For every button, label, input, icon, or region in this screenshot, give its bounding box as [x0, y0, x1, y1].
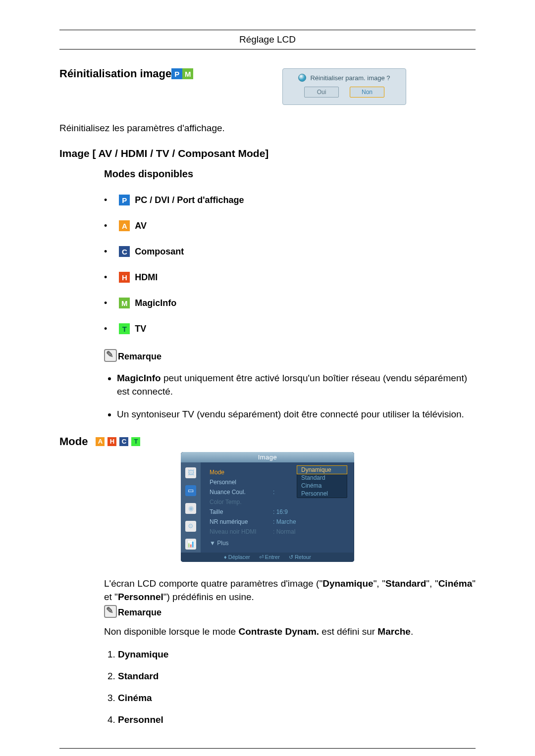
t-icon: T — [119, 323, 130, 334]
osd-picture-icon: 🖼 — [185, 467, 196, 478]
osd-colortemp-label: Color Temp. — [210, 497, 269, 507]
osd-taille-value: : 16:9 — [273, 507, 288, 517]
remark-bold: MagicInfo — [117, 373, 161, 383]
osd-hdmi-value: : Normal — [273, 527, 295, 537]
section-mode-title: Mode A H C T — [59, 435, 476, 448]
mode-label: Composant — [135, 247, 184, 257]
note-icon — [104, 349, 117, 362]
osd-taille-label: Taille — [210, 507, 269, 517]
osd-footer-enter: ⏎ Entrer — [259, 554, 280, 560]
remarks-list: MagicInfo peut uniquement être activé lo… — [117, 372, 476, 421]
osd-menu: Image 🖼 ▭ ◉ ⚙ 📊 Dynamique Standard Ciném… — [181, 452, 354, 562]
mode-item-hdmi: H HDMI — [104, 272, 476, 283]
a-icon: A — [119, 220, 130, 231]
reset-no-button[interactable]: Non — [350, 87, 384, 98]
h-icon: H — [107, 437, 116, 446]
c-icon: C — [119, 437, 128, 446]
mode-label: MagicInfo — [135, 298, 176, 308]
m-icon: M — [119, 298, 130, 308]
osd-footer-return: ↺ Retour — [289, 554, 311, 560]
mode-item-av: A AV — [104, 220, 476, 231]
remark-label: Remarque — [118, 607, 161, 618]
section-reinit-title: Réinitialisation image P M — [59, 67, 476, 80]
note-icon — [104, 605, 117, 618]
mode-note: Non disponible lorsque le mode Contraste… — [104, 625, 476, 639]
osd-setup-icon: ⚙ — [185, 521, 196, 532]
list-item: Dynamique — [118, 649, 476, 660]
osd-display-icon: ▭ — [185, 485, 196, 496]
osd-plus: ▼ Plus — [210, 540, 349, 547]
modes-list: P PC / DVI / Port d'affichage A AV C Com… — [104, 195, 476, 334]
list-item: Standard — [118, 671, 476, 682]
mode-label: HDMI — [135, 272, 158, 283]
reset-dialog: Réinitialiser param. image ? Oui Non — [282, 68, 406, 105]
list-item: Personnel — [118, 714, 476, 725]
osd-nr-value: : Marche — [273, 517, 296, 527]
remark-text: peut uniquement être activé lorsqu'un bo… — [117, 373, 467, 397]
osd-option-dynamique[interactable]: Dynamique — [297, 465, 347, 474]
reinit-title-text: Réinitialisation image — [59, 67, 171, 80]
osd-nuance-label: Nuance Coul. — [210, 487, 269, 497]
t-icon: T — [131, 437, 140, 446]
mode-label: PC / DVI / Port d'affichage — [135, 195, 244, 205]
osd-option-standard[interactable]: Standard — [297, 474, 347, 482]
osd-mode-label: Mode — [210, 467, 269, 477]
osd-personnel-label: Personnel — [210, 477, 269, 487]
mode-description: L'écran LCD comporte quatre paramètres d… — [104, 577, 476, 604]
reset-question: Réinitialiser param. image ? — [310, 74, 390, 82]
remark-item: Un syntoniseur TV (vendu séparément) doi… — [117, 408, 476, 421]
reset-yes-button[interactable]: Oui — [304, 87, 339, 98]
remark-item: MagicInfo peut uniquement être activé lo… — [117, 372, 476, 398]
remark-label: Remarque — [118, 352, 161, 362]
list-item: Cinéma — [118, 693, 476, 704]
osd-sidebar: 🖼 ▭ ◉ ⚙ 📊 — [181, 462, 201, 553]
section-image-title: Image [ AV / HDMI / TV / Composant Mode] — [59, 148, 476, 159]
a-icon: A — [96, 437, 105, 446]
osd-nr-label: NR numérique — [210, 517, 269, 527]
osd-multi-icon: 📊 — [185, 539, 196, 550]
p-icon: P — [119, 195, 130, 205]
mode-item-composant: C Composant — [104, 246, 476, 257]
osd-footer-move: ♦ Déplacer — [224, 554, 250, 560]
osd-hdmi-label: Niveau noir HDMI — [210, 527, 269, 537]
osd-title: Image — [181, 452, 354, 462]
c-icon: C — [119, 246, 130, 257]
mode-item-pc: P PC / DVI / Port d'affichage — [104, 195, 476, 205]
info-icon — [298, 74, 306, 82]
modes-subtitle: Modes disponibles — [104, 168, 476, 180]
osd-option-personnel[interactable]: Personnel — [297, 490, 347, 498]
mode-item-magicinfo: M MagicInfo — [104, 298, 476, 308]
mode-label: AV — [135, 221, 147, 231]
remark-text: Un syntoniseur TV (vendu séparément) doi… — [117, 409, 464, 419]
osd-option-cinema[interactable]: Cinéma — [297, 482, 347, 490]
osd-footer: ♦ Déplacer ⏎ Entrer ↺ Retour — [181, 553, 354, 562]
mode-title-text: Mode — [59, 435, 88, 448]
mode-ordered-list: Dynamique Standard Cinéma Personnel — [104, 649, 476, 725]
reinit-desc: Réinitialisez les paramètres d'affichage… — [59, 123, 476, 134]
osd-mode-options: Dynamique Standard Cinéma Personnel — [297, 465, 347, 498]
p-icon: P — [171, 68, 182, 79]
m-icon: M — [182, 68, 193, 79]
h-icon: H — [119, 272, 130, 283]
mode-label: TV — [135, 324, 146, 334]
page-header: Réglage LCD — [59, 30, 476, 49]
osd-sound-icon: ◉ — [185, 503, 196, 514]
mode-item-tv: T TV — [104, 323, 476, 334]
